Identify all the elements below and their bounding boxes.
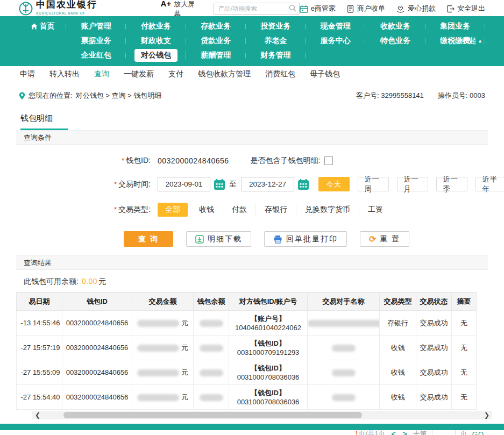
link-e-merchant[interactable]: e商管家	[300, 4, 336, 13]
quick-range-today[interactable]: 今天	[318, 177, 350, 191]
include-sub-wallet-group: 是否包含子钱包明细:	[251, 156, 333, 166]
scroll-left-arrow-icon[interactable]: ❮	[32, 411, 43, 419]
cell-wallet-id: 0032000024840656	[62, 385, 132, 410]
redacted-amount	[137, 320, 179, 327]
col-counterparty: 交易对手名称	[308, 293, 380, 311]
main-navigation: 首页 账户管理 付款业务 存款业务 投资业务 现金管理 收款业务 集团业务 票据…	[0, 16, 504, 66]
nav-row-3: 企业红包 对公钱包 薪酬管理 财务管理	[19, 48, 485, 62]
go-button[interactable]: GO	[472, 430, 484, 435]
nav-item-salary-mgmt[interactable]: 薪酬管理	[186, 51, 246, 60]
nav-item-group-biz[interactable]: 集团业务	[425, 22, 485, 31]
nav-item-pension[interactable]: 养老金	[246, 36, 306, 46]
footer-bar	[0, 424, 504, 430]
redacted-balance	[200, 320, 223, 327]
nav-item-special-biz[interactable]: 特色业务	[365, 36, 425, 46]
nav-row-1: 首页 账户管理 付款业务 存款业务 投资业务 现金管理 收款业务 集团业务	[19, 19, 485, 33]
cell-counterparty	[308, 385, 380, 410]
nav-item-home[interactable]: 首页	[19, 22, 66, 31]
wallet-id-label: *钱包ID:	[16, 156, 151, 166]
nav-item-deposit[interactable]: 存款业务	[186, 22, 246, 31]
results-table-wrap: 易日期 钱包ID 交易金额 钱包余额 对方钱包ID/账户号 交易对手名称 交易类…	[16, 292, 488, 419]
search-input[interactable]	[214, 3, 300, 15]
redacted-balance	[200, 369, 223, 376]
quick-range-half-year[interactable]: 近半年	[475, 177, 504, 191]
nav-item-service-center[interactable]: 服务中心	[306, 36, 365, 46]
query-button[interactable]: 查 询	[124, 231, 173, 247]
download-detail-button[interactable]: 明细下载	[186, 231, 251, 247]
link-charity-donation[interactable]: 爱心捐款	[396, 4, 436, 13]
quick-range-quarter[interactable]: 近一季	[436, 177, 467, 191]
link-label: e商管家	[311, 4, 336, 13]
subnav-one-key-payroll[interactable]: 一键发薪	[124, 69, 154, 79]
pos-icon	[346, 5, 354, 13]
type-pay[interactable]: 付款	[223, 203, 255, 216]
operator-number: 操作员号: 0003	[438, 91, 485, 101]
redacted-balance	[200, 345, 223, 352]
nav-item-cash-mgmt[interactable]: 现金管理	[306, 22, 365, 31]
redacted-name	[332, 345, 356, 352]
link-secure-logout[interactable]: 安全退出	[446, 4, 485, 13]
nav-item-collection[interactable]: 收款业务	[365, 22, 425, 31]
nav-item-finance-mgmt[interactable]: 财务管理	[246, 51, 306, 60]
transaction-type-label: *交易类型:	[16, 205, 151, 215]
scrollbar-thumb[interactable]	[63, 412, 362, 418]
calendar-icon[interactable]	[213, 178, 226, 191]
nav-item-account-mgmt[interactable]: 账户管理	[66, 22, 126, 31]
date-from-input[interactable]	[158, 177, 210, 191]
download-icon	[195, 235, 204, 244]
nav-collapse-button[interactable]: 收起 ▲	[462, 36, 482, 46]
table-header-row: 易日期 钱包ID 交易金额 钱包余额 对方钱包ID/账户号 交易对手名称 交易类…	[17, 293, 477, 311]
scroll-right-arrow-icon[interactable]: ❯	[481, 411, 492, 419]
col-type: 交易类型	[380, 293, 416, 311]
nav-item-bills[interactable]: 票据业务	[66, 36, 126, 46]
batch-print-receipt-button[interactable]: 回单批量打印	[264, 231, 347, 247]
table-row: -27 15:57:19 0032000024840656 元 【钱包ID】00…	[17, 336, 477, 360]
nav-item-corp-wallet-active[interactable]: 对公钱包	[126, 49, 186, 62]
cell-status: 交易成功	[416, 311, 452, 336]
type-receive[interactable]: 收钱	[190, 203, 223, 216]
bank-name: 中国农业银行	[36, 0, 99, 11]
cell-amount: 元	[132, 360, 194, 385]
quick-range-month[interactable]: 近一月	[397, 177, 428, 191]
tab-wallet-detail[interactable]: 钱包明细	[20, 113, 68, 130]
nav-item-payment[interactable]: 付款业务	[126, 22, 186, 31]
reset-button[interactable]: ⟳ 重 置	[360, 231, 409, 247]
col-amount: 交易金额	[132, 293, 194, 311]
abc-bank-logo-icon	[19, 2, 33, 16]
printer-icon	[273, 235, 282, 244]
subnav-apply[interactable]: 申请	[20, 69, 35, 79]
type-all[interactable]: 全部	[158, 203, 188, 217]
subnav-parent-child-wallet[interactable]: 母子钱包	[310, 69, 340, 79]
col-memo: 摘要	[452, 293, 477, 311]
redacted-name	[332, 394, 356, 401]
wallet-id-value: 0032000024840656	[158, 156, 229, 165]
link-label: 爱心捐款	[408, 4, 436, 13]
nav-item-investment[interactable]: 投资业务	[246, 22, 306, 31]
type-deposit-bank[interactable]: 存银行	[255, 203, 296, 216]
nav-item-fiscal[interactable]: 财政收支	[126, 36, 186, 46]
subnav-transfer[interactable]: 转入转出	[49, 69, 80, 79]
nav-item-corp-redpacket[interactable]: 企业红包	[66, 51, 126, 60]
link-merchant-acquiring[interactable]: 商户收单	[346, 4, 385, 13]
cell-type: 存银行	[380, 311, 416, 336]
subnav-consume-redpacket[interactable]: 消费红包	[265, 69, 295, 79]
quick-range-week[interactable]: 近一周	[358, 177, 389, 191]
subnav-pay[interactable]: 支付	[168, 69, 183, 79]
nav-item-loans[interactable]: 贷款业务	[186, 36, 246, 46]
date-to-input[interactable]	[242, 177, 294, 191]
cell-memo: 无	[452, 385, 477, 410]
calendar-icon[interactable]	[297, 178, 310, 191]
donate-heart-icon	[396, 5, 405, 13]
subnav-payee-mgmt[interactable]: 钱包收款方管理	[198, 69, 251, 79]
type-salary[interactable]: 工资	[359, 203, 392, 216]
transaction-time-row: *交易时间: 至 今天 近一周 近一月 近一季 近半年	[16, 177, 488, 191]
prev-page-button[interactable]: <	[390, 430, 396, 435]
subnav-query-active[interactable]: 查询	[94, 69, 109, 79]
cell-opposite-id: 【钱包ID】0031000708036036	[229, 385, 308, 410]
next-page-button[interactable]: >	[402, 430, 408, 435]
include-sub-wallet-checkbox[interactable]	[324, 156, 333, 165]
cell-balance	[194, 336, 229, 360]
type-exchange-digital-currency[interactable]: 兑换数字货币	[296, 203, 359, 216]
search-icon[interactable]	[289, 4, 296, 12]
cell-wallet-id: 0032000024840656	[62, 360, 132, 385]
